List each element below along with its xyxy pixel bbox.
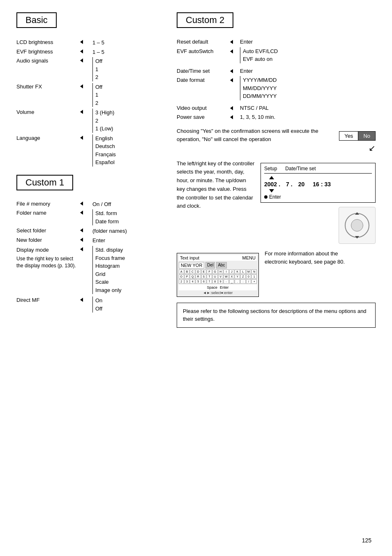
key-u[interactable]: U bbox=[212, 274, 218, 279]
key-w[interactable]: W bbox=[224, 274, 229, 279]
key-dash[interactable]: - bbox=[224, 279, 229, 284]
datetime-panel: Setup Date/Time set 2002 . 7 bbox=[261, 163, 376, 203]
select-folder-values: (folder names) bbox=[92, 227, 168, 235]
no-button[interactable]: No bbox=[358, 132, 375, 140]
keyboard-keys-grid: A B C D E F G H I J K L M bbox=[179, 269, 257, 284]
key-5[interactable]: 5 bbox=[196, 279, 201, 284]
keyboard-hint: ◄►:select●:enter bbox=[179, 291, 257, 295]
direct-mf-arrow bbox=[80, 297, 92, 302]
yes-no-area: Yes No ↙ bbox=[339, 127, 376, 153]
audio-signals-label: Audio signals bbox=[16, 57, 80, 64]
shutter-fx-label: Shutter FX bbox=[16, 83, 80, 90]
lcd-brightness-row: LCD brightness 1 – 5 bbox=[16, 39, 168, 47]
key-3[interactable]: 3 bbox=[184, 279, 190, 284]
refer-note-text: Please refer to the following sections f… bbox=[183, 308, 367, 322]
new-folder-label: New folder bbox=[16, 236, 80, 243]
key-t[interactable]: T bbox=[207, 274, 212, 279]
date-format-row: Date format YYYY/MM/DD MM/DD/YYYY DD/MM/… bbox=[177, 76, 376, 100]
key-0[interactable]: 0 bbox=[246, 274, 251, 279]
confirmation-text-area: Choosing "Yes" on the confirmation scree… bbox=[177, 127, 333, 144]
confirmation-section: Choosing "Yes" on the confirmation scree… bbox=[177, 127, 376, 153]
key-p[interactable]: P bbox=[184, 274, 190, 279]
keyboard-space-btn[interactable]: Space bbox=[207, 285, 217, 290]
datetime-enter-row: Enter bbox=[264, 194, 372, 200]
new-folder-arrow bbox=[80, 236, 92, 242]
key-k[interactable]: K bbox=[235, 269, 240, 274]
key-x[interactable]: X bbox=[229, 274, 235, 279]
key-b[interactable]: B bbox=[184, 269, 190, 274]
key-l[interactable]: L bbox=[240, 269, 246, 274]
key-z[interactable]: Z bbox=[240, 274, 246, 279]
evf-autoswtch-arrow bbox=[230, 47, 240, 53]
key-d[interactable]: D bbox=[196, 269, 201, 274]
ctrl-up-icon bbox=[355, 212, 359, 215]
video-output-row: Video output NTSC / PAL bbox=[177, 104, 376, 112]
date-format-arrow bbox=[230, 76, 240, 82]
date-format-label: Date format bbox=[177, 76, 230, 83]
reset-default-row: Reset default Enter bbox=[177, 38, 376, 46]
evf-autoswtch-row: EVF autoSwtch Auto EVF/LCD EVF auto on bbox=[177, 47, 376, 63]
key-underscore[interactable]: _ bbox=[229, 279, 235, 284]
key-y[interactable]: Y bbox=[235, 274, 240, 279]
refer-note-box: Please refer to the following sections f… bbox=[177, 303, 376, 328]
basic-section-header: Basic bbox=[16, 12, 57, 28]
key-colon[interactable]: : bbox=[240, 279, 246, 284]
lcd-brightness-values: 1 – 5 bbox=[92, 39, 168, 47]
key-v[interactable]: V bbox=[218, 274, 224, 279]
custom2-section-header: Custom 2 bbox=[177, 12, 233, 28]
controller-area bbox=[261, 207, 376, 244]
key-c[interactable]: C bbox=[190, 269, 195, 274]
key-6[interactable]: 6 bbox=[201, 279, 207, 284]
language-row: Language English Deutsch Français Españo… bbox=[16, 134, 168, 167]
yes-button[interactable]: Yes bbox=[339, 132, 358, 140]
arrow-icon bbox=[80, 40, 83, 44]
keyboard-box: Text input MENU NEW YOR Del Abc A B bbox=[177, 253, 259, 297]
language-label: Language bbox=[16, 134, 80, 141]
key-dot[interactable]: . bbox=[235, 279, 240, 284]
key-slash[interactable]: / bbox=[246, 279, 251, 284]
key-a[interactable]: A bbox=[179, 269, 184, 274]
right-column: Custom 2 Reset default Enter bbox=[177, 12, 376, 328]
custom2-section: Custom 2 Reset default Enter bbox=[177, 12, 376, 121]
direct-mf-row: Direct MF On Off bbox=[16, 297, 168, 313]
arrow-icon bbox=[230, 115, 233, 119]
evf-brightness-arrow bbox=[80, 48, 92, 53]
key-q[interactable]: Q bbox=[190, 274, 195, 279]
display-mode-label: Display mode Use the right key to select… bbox=[16, 246, 80, 269]
key-2[interactable]: 2 bbox=[179, 279, 184, 284]
datetime-panel-area: Setup Date/Time set 2002 . 7 bbox=[261, 160, 376, 244]
evf-autoswtch-label: EVF autoSwtch bbox=[177, 47, 230, 54]
keyboard-del-btn[interactable]: Del bbox=[205, 262, 215, 269]
key-8[interactable]: 8 bbox=[212, 279, 218, 284]
datetime-desc-section: The left/right key of the controller sel… bbox=[177, 160, 376, 244]
key-o[interactable]: O bbox=[179, 274, 184, 279]
key-n[interactable]: N bbox=[251, 269, 257, 274]
key-j[interactable]: J bbox=[229, 269, 235, 274]
folder-name-label: Folder name bbox=[16, 209, 80, 216]
key-x2[interactable]: × bbox=[251, 279, 257, 284]
select-folder-arrow bbox=[80, 227, 92, 232]
key-i[interactable]: I bbox=[224, 269, 229, 274]
evf-brightness-label: EVF brightness bbox=[16, 48, 80, 55]
keyboard-section: Text input MENU NEW YOR Del Abc A B bbox=[177, 250, 376, 297]
select-folder-row: Select folder (folder names) bbox=[16, 227, 168, 235]
keyboard-bottom-bar: Space Enter bbox=[179, 285, 257, 290]
key-9[interactable]: 9 bbox=[218, 279, 224, 284]
arrow-icon bbox=[230, 40, 233, 44]
key-f[interactable]: F bbox=[207, 269, 212, 274]
key-e[interactable]: E bbox=[201, 269, 207, 274]
keyboard-enter-btn[interactable]: Enter bbox=[220, 285, 229, 290]
left-right-note: The left/right key of the controller sel… bbox=[177, 160, 255, 211]
key-7[interactable]: 7 bbox=[207, 279, 212, 284]
key-h[interactable]: H bbox=[218, 269, 224, 274]
keyboard-abc-btn[interactable]: Abc bbox=[216, 262, 226, 269]
key-m[interactable]: M bbox=[246, 269, 251, 274]
key-4[interactable]: 4 bbox=[190, 279, 195, 284]
key-s[interactable]: S bbox=[201, 274, 207, 279]
key-r[interactable]: R bbox=[196, 274, 201, 279]
key-g[interactable]: G bbox=[212, 269, 218, 274]
key-1[interactable]: 1 bbox=[251, 274, 257, 279]
datetime-sep1: . bbox=[279, 181, 280, 188]
page-number: 125 bbox=[362, 537, 371, 544]
power-save-values: 1, 3, 5, 10 min. bbox=[240, 113, 376, 121]
